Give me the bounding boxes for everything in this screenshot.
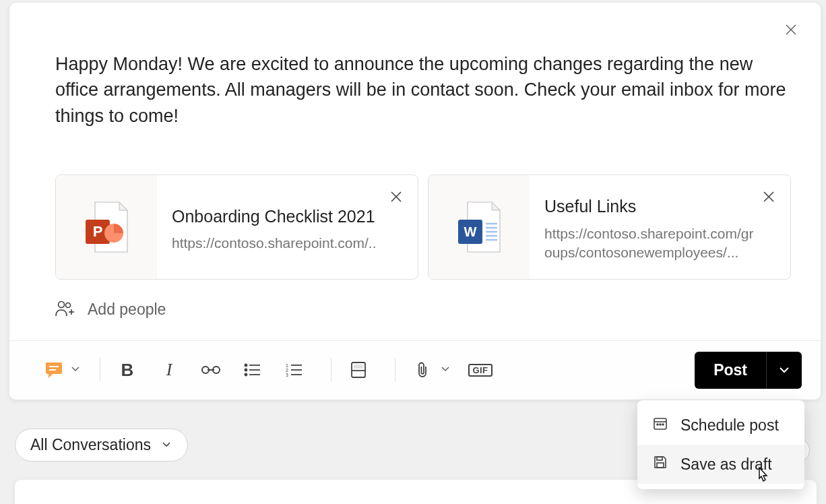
svg-rect-35 [354,365,362,368]
svg-point-40 [660,424,661,425]
chevron-down-icon [70,363,81,377]
chevron-down-icon [440,363,451,377]
message-textarea[interactable]: Happy Monday! We are excited to announce… [55,51,791,129]
attachment-card[interactable]: W Useful Links https://contoso.sharepoin… [428,175,791,280]
svg-point-22 [245,365,247,367]
conversation-filter-button[interactable]: All Conversations [15,429,188,462]
attach-button[interactable] [408,355,437,385]
save-draft-item[interactable]: Save as draft [637,445,804,484]
svg-point-16 [66,303,71,307]
link-button[interactable] [196,355,226,385]
svg-point-39 [657,424,658,425]
toolbar-separator [395,358,395,382]
attachment-card[interactable]: P Onboarding Checklist 2021 https://cont… [55,175,418,280]
svg-text:1: 1 [286,363,288,368]
save-draft-label: Save as draft [680,455,772,474]
attachment-title: Onboarding Checklist 2021 [172,206,387,228]
post-button[interactable]: Post [695,352,766,389]
people-add-icon [55,300,75,320]
svg-point-15 [59,301,65,307]
svg-point-41 [662,424,664,425]
word-icon: W [428,175,530,279]
close-compose-button[interactable] [783,22,799,38]
attachment-title: Useful Links [544,195,759,218]
attachment-url: https://contoso.sharepoint.com/.. [172,234,387,253]
svg-text:W: W [464,224,477,239]
bullet-list-button[interactable] [238,355,267,385]
compose-toolbar: B I 1 [9,340,821,400]
attachments-row: P Onboarding Checklist 2021 https://cont… [55,175,791,280]
post-options-menu: Schedule post Save as draft [637,400,804,489]
bold-button[interactable]: B [113,355,142,385]
topic-button[interactable] [344,355,373,385]
post-options-button[interactable] [766,352,802,389]
italic-button[interactable]: I [154,355,184,385]
attachment-url: https://contoso.sharepoint.com/groups/co… [544,224,759,263]
calendar-icon [652,415,668,435]
discussion-icon [43,359,65,381]
toolbar-separator [331,358,331,382]
svg-text:2: 2 [286,368,288,373]
gif-button[interactable]: GIF [466,355,495,385]
compose-card: Happy Monday! We are excited to announce… [9,3,821,400]
add-people-label: Add people [88,301,166,319]
remove-attachment-button[interactable] [761,189,777,205]
filter-label: All Conversations [30,436,151,454]
svg-point-24 [245,369,247,371]
add-people-button[interactable]: Add people [55,300,791,320]
svg-point-26 [245,374,247,376]
powerpoint-icon: P [56,175,157,279]
post-type-button[interactable] [36,355,88,385]
save-icon [652,454,668,474]
schedule-post-label: Schedule post [680,416,779,435]
svg-rect-42 [657,457,662,460]
svg-rect-43 [657,463,664,468]
svg-text:P: P [93,223,103,240]
svg-text:3: 3 [286,373,288,377]
toolbar-separator [100,358,100,382]
numbered-list-button[interactable]: 1 2 3 [280,355,309,385]
chevron-down-icon [160,436,172,454]
schedule-post-item[interactable]: Schedule post [637,406,804,445]
remove-attachment-button[interactable] [388,189,404,205]
